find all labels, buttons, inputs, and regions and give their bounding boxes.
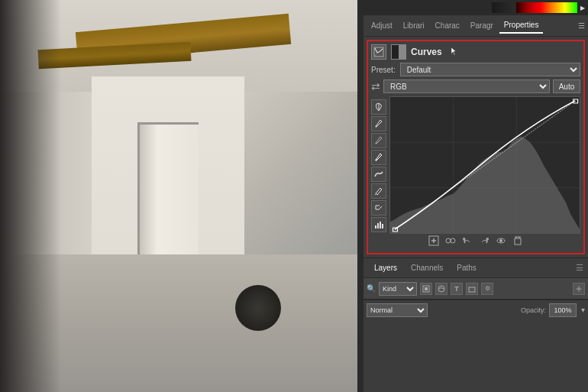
add-adjustment-icon[interactable] [428, 235, 439, 248]
tab-bar: Adjust Librari Charac Paragr Properties … [363, 15, 588, 37]
room-shadow [0, 0, 61, 392]
preset-select[interactable]: Default Custom Strong Contrast Linear Co… [400, 63, 580, 76]
draw-tool[interactable] [371, 183, 386, 199]
svg-marker-19 [390, 136, 580, 233]
dark-strip [357, 0, 363, 392]
filter-icon-small: 🔍 [367, 284, 376, 293]
kind-filter-select[interactable]: Kind Name Effect Mode Attribute Color Sm… [379, 282, 417, 296]
redo-icon[interactable] [479, 235, 489, 248]
color-gradient [516, 2, 577, 13]
svg-point-27 [451, 238, 455, 243]
tab-librari[interactable]: Librari [399, 18, 429, 33]
histogram-levels-tool[interactable] [371, 217, 386, 232]
channel-select[interactable]: RGB Red Green Blue [383, 79, 550, 93]
type-filter-icon[interactable]: T [451, 283, 463, 295]
undo-icon[interactable] [462, 235, 473, 248]
tab-channels[interactable]: Channels [405, 261, 449, 274]
preset-row: Preset: Default Custom Strong Contrast L… [371, 63, 580, 76]
decorative-object [235, 285, 281, 331]
smart-filter-icon[interactable]: ⚙ [481, 283, 493, 295]
layers-toolbar: 🔍 Kind Name Effect Mode Attribute Color … [363, 278, 588, 300]
color-strip: ▶ [363, 0, 588, 15]
clip-to-layer-icon[interactable] [445, 235, 456, 248]
svg-point-26 [446, 238, 451, 243]
svg-rect-11 [375, 225, 376, 228]
hand-tool[interactable] [371, 99, 386, 115]
channel-arrows[interactable]: ⇄ [371, 80, 380, 92]
tab-adjust[interactable]: Adjust [367, 18, 397, 33]
photo-area [0, 0, 357, 392]
tab-layers[interactable]: Layers [368, 261, 403, 274]
color-swatch [492, 2, 513, 13]
lighting-filter-icon[interactable] [573, 283, 585, 295]
svg-point-29 [499, 239, 502, 242]
layers-tab-bar: Layers Channels Paths ☰ [363, 258, 588, 278]
tab-paths[interactable]: Paths [451, 261, 483, 274]
curves-adjustment-icon [371, 44, 386, 60]
color-picker-arrow[interactable]: ▶ [580, 5, 585, 11]
photo-canvas [0, 0, 357, 392]
svg-line-4 [375, 48, 383, 56]
tab-properties[interactable]: Properties [499, 18, 544, 34]
opacity-arrow[interactable]: ▾ [581, 306, 585, 314]
blend-mode-select[interactable]: Normal Dissolve Multiply Screen Overlay … [367, 303, 428, 317]
svg-rect-12 [377, 223, 379, 228]
pixel-filter-icon[interactable] [420, 283, 432, 295]
svg-rect-14 [382, 224, 383, 228]
layer-mask-icon[interactable] [391, 44, 406, 60]
curves-header: Curves [371, 44, 580, 60]
layers-blending-bar: Normal Dissolve Multiply Screen Overlay … [363, 300, 588, 319]
tab-charac[interactable]: Charac [431, 18, 464, 33]
svg-line-9 [375, 193, 376, 195]
right-panel: ▶ Adjust Librari Charac Paragr Propertie… [363, 0, 588, 392]
rgb-row: ⇄ RGB Red Green Blue Auto [371, 79, 580, 93]
svg-point-6 [376, 126, 377, 128]
svg-point-7 [376, 143, 377, 144]
reset-tool[interactable] [371, 200, 386, 215]
svg-rect-13 [380, 222, 381, 228]
delete-icon[interactable] [512, 235, 523, 248]
layers-section: Layers Channels Paths ☰ 🔍 Kind Name Effe… [363, 258, 588, 319]
curves-graph-container [371, 96, 580, 234]
tab-paragr[interactable]: Paragr [466, 18, 498, 33]
visibility-icon[interactable] [496, 235, 506, 248]
curves-title: Curves [411, 47, 442, 57]
svg-line-1 [375, 48, 377, 53]
layers-menu-icon[interactable]: ☰ [576, 263, 583, 273]
eyedropper-white-tool[interactable] [371, 150, 386, 165]
svg-rect-35 [425, 287, 428, 290]
eyedropper-gray-tool[interactable] [371, 133, 386, 148]
shape-filter-icon[interactable] [466, 283, 478, 295]
curves-panel: Curves Preset: Default Custom Strong Con… [367, 40, 585, 254]
curves-tools [371, 96, 388, 234]
curves-graph[interactable] [389, 96, 580, 234]
auto-button[interactable]: Auto [553, 79, 580, 93]
adjustment-filter-icon[interactable] [435, 283, 447, 295]
eyedropper-black-tool[interactable] [371, 116, 386, 131]
panel-menu-icon[interactable]: ☰ [578, 21, 585, 30]
opacity-label: Opacity: [521, 306, 546, 314]
svg-point-38 [577, 287, 580, 290]
preset-label: Preset: [371, 66, 396, 74]
opacity-input[interactable] [549, 303, 577, 317]
properties-panel: Curves Preset: Default Custom Strong Con… [363, 37, 588, 392]
svg-rect-30 [515, 238, 521, 245]
svg-point-8 [376, 160, 377, 161]
svg-rect-37 [469, 287, 475, 292]
smooth-tool[interactable] [371, 167, 386, 182]
curves-bottom-toolbar [371, 234, 580, 250]
cursor-icon [450, 46, 457, 57]
